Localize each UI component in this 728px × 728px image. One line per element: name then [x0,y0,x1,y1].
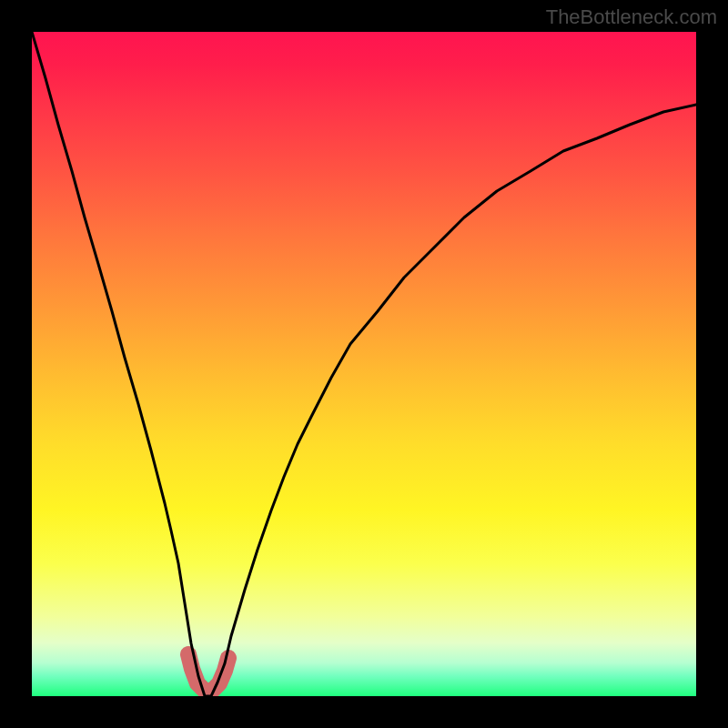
curve-layer [32,32,696,696]
plot-area [32,32,696,696]
main-curve [32,32,696,696]
watermark-text: TheBottleneck.com [546,5,717,29]
chart-container: TheBottleneck.com [0,0,728,728]
